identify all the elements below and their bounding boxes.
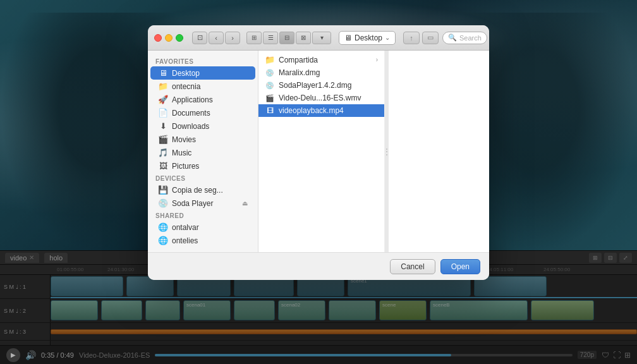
search-icon: 🔍 (448, 33, 457, 42)
location-chevron-icon: ⌄ (385, 34, 390, 41)
new-folder-icon: ▭ (427, 33, 434, 42)
sidebar-item-pictures-label: Pictures (172, 162, 199, 171)
view-more-btn[interactable]: ▾ (312, 32, 331, 44)
traffic-lights (154, 34, 183, 42)
desktop-icon: 🖥 (158, 68, 168, 78)
file-preview-pane (389, 51, 489, 252)
dialog-body: Favorites 🖥 Desktop 📁 ontecnia 🚀 Applica… (148, 51, 489, 252)
sidebar-item-movies-label: Movies (172, 135, 196, 144)
new-folder-btn[interactable]: ▭ (422, 32, 439, 44)
close-button[interactable] (154, 34, 162, 42)
sidebar-item-music[interactable]: 🎵 Music (150, 146, 255, 159)
search-placeholder: Search (459, 34, 482, 42)
sidebar-item-music-label: Music (172, 149, 191, 157)
file-dialog: ⊡ ‹ › ⊞ ☰ ⊟ ⊠ ▾ 🖥 Desktop ⌄ (148, 25, 489, 280)
sidebar-item-desktop-label: Desktop (172, 69, 200, 78)
sidebar-item-sodaplayer[interactable]: 💿 Soda Player ⏏ (150, 197, 255, 210)
dialog-overlay: ⊡ ‹ › ⊞ ☰ ⊟ ⊠ ▾ 🖥 Desktop ⌄ (0, 0, 637, 364)
file-arrow-icon: › (376, 56, 378, 63)
sidebar-item-ontelies-label: ontelies (172, 236, 198, 245)
music-icon: 🎵 (158, 148, 168, 157)
file-item-videodeluxe[interactable]: 🎬 Video-Delu...16-ES.wmv (258, 92, 384, 104)
minimize-button[interactable] (165, 34, 173, 42)
file-item-videodeluxe-label: Video-Delu...16-ES.wmv (279, 94, 361, 102)
forward-icon: › (231, 34, 234, 42)
back-icon: ‹ (215, 34, 217, 42)
view-column-btn[interactable]: ⊟ (279, 32, 294, 44)
sidebar-item-applications-label: Applications (172, 95, 213, 104)
nav-buttons: ⊡ ‹ › (192, 32, 240, 44)
wmv-icon: 🎬 (265, 94, 275, 102)
sidebar-toggle-btn[interactable]: ⊡ (192, 32, 207, 44)
forward-btn[interactable]: › (225, 32, 240, 44)
ontecnia-icon: 📁 (158, 82, 168, 91)
back-btn[interactable]: ‹ (209, 32, 224, 44)
view-icon-btn[interactable]: ⊞ (246, 32, 262, 44)
sidebar-item-applications[interactable]: 🚀 Applications (150, 93, 255, 106)
file-item-compartida-label: Compartida (279, 56, 318, 64)
sidebar-item-copia[interactable]: 💾 Copia de seg... (150, 183, 255, 197)
location-folder-icon: 🖥 (344, 33, 352, 42)
sidebar-item-sodaplayer-label: Soda Player (172, 199, 213, 208)
favorites-section-label: Favorites (148, 56, 258, 66)
devices-section-label: Devices (148, 173, 258, 183)
sidebar-item-ontalvar-label: ontalvar (172, 223, 199, 232)
ontelies-icon: 🌐 (158, 236, 168, 245)
sidebar-item-ontelies[interactable]: 🌐 ontelies (150, 234, 255, 247)
applications-icon: 🚀 (158, 95, 168, 104)
sidebar-item-documents[interactable]: 📄 Documents (150, 106, 255, 119)
pictures-icon: 🖼 (158, 161, 168, 171)
file-item-maralix-label: Maralix.dmg (279, 68, 320, 77)
dialog-footer: Cancel Open (148, 252, 489, 280)
movies-icon: 🎬 (158, 135, 168, 144)
ontalvar-icon: 🌐 (158, 222, 168, 232)
sidebar-item-pictures[interactable]: 🖼 Pictures (150, 159, 255, 173)
sidebar-toggle-icon: ⊡ (197, 33, 203, 42)
file-item-sodaplayer-label: SodaPlayer1.4.2.dmg (279, 81, 351, 90)
downloads-icon: ⬇ (158, 121, 168, 131)
file-item-videoplayback-label: videoplayback.mp4 (279, 106, 344, 115)
share-btn[interactable]: ↑ (403, 32, 420, 44)
cancel-button[interactable]: Cancel (390, 259, 435, 274)
view-list-btn[interactable]: ☰ (263, 32, 278, 44)
share-icon: ↑ (410, 34, 413, 42)
mp4-icon: 🎞 (265, 107, 275, 114)
dmg-icon-1: 💿 (265, 69, 275, 77)
copia-icon: 💾 (158, 185, 168, 195)
sidebar-item-ontalvar[interactable]: 🌐 ontalvar (150, 221, 255, 234)
sidebar-item-downloads[interactable]: ⬇ Downloads (150, 119, 255, 133)
location-text: Desktop (355, 33, 382, 42)
sidebar-item-documents-label: Documents (172, 109, 210, 118)
maximize-button[interactable] (176, 34, 183, 42)
sidebar-item-ontecnia-label: ontecnia (172, 82, 200, 91)
action-buttons: ↑ ▭ (403, 32, 439, 44)
dialog-sidebar: Favorites 🖥 Desktop 📁 ontecnia 🚀 Applica… (148, 51, 258, 252)
open-button[interactable]: Open (440, 259, 480, 274)
sodaplayer-device-icon: 💿 (158, 198, 168, 208)
location-bar[interactable]: 🖥 Desktop ⌄ (339, 31, 396, 45)
file-item-maralix[interactable]: 💿 Maralix.dmg (258, 66, 384, 79)
sidebar-item-desktop[interactable]: 🖥 Desktop (150, 66, 255, 80)
documents-icon: 📄 (158, 108, 168, 118)
dialog-filelist: 📁 Compartida › 💿 Maralix.dmg 💿 SodaPlaye… (258, 51, 489, 252)
sidebar-item-ontecnia[interactable]: 📁 ontecnia (150, 80, 255, 93)
file-item-sodaplayer-dmg[interactable]: 💿 SodaPlayer1.4.2.dmg (258, 79, 384, 92)
file-item-compartida[interactable]: 📁 Compartida › (258, 53, 384, 66)
file-item-videoplayback[interactable]: 🎞 videoplayback.mp4 (258, 104, 384, 117)
sidebar-item-movies[interactable]: 🎬 Movies (150, 133, 255, 146)
search-box[interactable]: 🔍 Search (442, 32, 487, 44)
dialog-titlebar: ⊡ ‹ › ⊞ ☰ ⊟ ⊠ ▾ 🖥 Desktop ⌄ (148, 25, 489, 51)
folder-icon: 📁 (265, 55, 275, 64)
sidebar-item-copia-label: Copia de seg... (172, 186, 223, 195)
sidebar-item-downloads-label: Downloads (172, 122, 209, 131)
dmg-icon-2: 💿 (265, 82, 275, 90)
view-mode-buttons: ⊞ ☰ ⊟ ⊠ ▾ (246, 32, 331, 44)
shared-section-label: Shared (148, 210, 258, 221)
view-flow-btn[interactable]: ⊠ (296, 32, 311, 44)
eject-icon[interactable]: ⏏ (242, 200, 248, 207)
file-column-1: 📁 Compartida › 💿 Maralix.dmg 💿 SodaPlaye… (258, 51, 385, 252)
